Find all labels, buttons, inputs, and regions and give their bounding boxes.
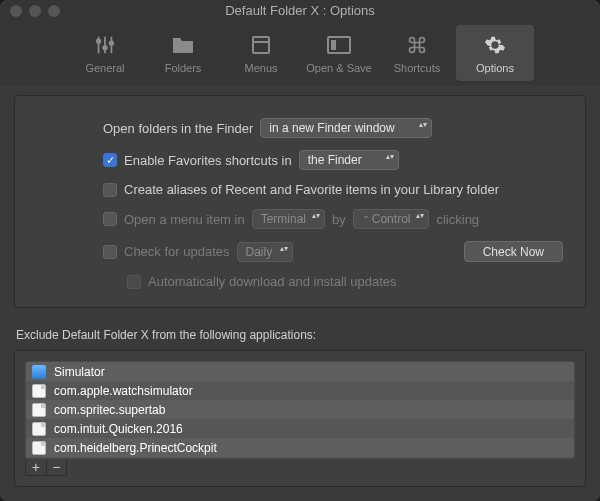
zoom-icon[interactable]: [48, 5, 60, 17]
list-item-label: Simulator: [54, 365, 105, 379]
auto-download-checkbox: [127, 275, 141, 289]
check-updates-checkbox[interactable]: [103, 245, 117, 259]
close-icon[interactable]: [10, 5, 22, 17]
svg-rect-6: [253, 37, 269, 53]
open-folders-label: Open folders in the Finder: [103, 121, 253, 136]
chevron-updown-icon: ▴▾: [416, 212, 424, 219]
open-menu-item-label: Open a menu item in: [124, 212, 245, 227]
window-title: Default Folder X : Options: [0, 3, 600, 18]
panel-icon: [327, 33, 351, 57]
sliders-icon: [93, 33, 117, 57]
tab-menus[interactable]: Menus: [222, 25, 300, 81]
open-menu-item-checkbox[interactable]: [103, 212, 117, 226]
gear-icon: [483, 33, 507, 57]
app-icon: [32, 441, 46, 455]
add-button[interactable]: +: [26, 459, 47, 475]
list-item-label: com.heidelberg.PrinectCockpit: [54, 441, 217, 455]
create-aliases-checkbox[interactable]: [103, 183, 117, 197]
enable-favorites-popup[interactable]: the Finder ▴▾: [299, 150, 399, 170]
list-item-label: com.intuit.Quicken.2016: [54, 422, 183, 436]
toolbar: General Folders Menus Open & Save Shortc…: [0, 21, 600, 85]
tab-folders[interactable]: Folders: [144, 25, 222, 81]
list-item-label: com.apple.watchsimulator: [54, 384, 193, 398]
enable-favorites-checkbox[interactable]: [103, 153, 117, 167]
list-item[interactable]: com.intuit.Quicken.2016: [26, 419, 574, 438]
app-icon: [32, 403, 46, 417]
tab-shortcuts[interactable]: Shortcuts: [378, 25, 456, 81]
tab-open-save[interactable]: Open & Save: [300, 25, 378, 81]
list-item[interactable]: com.heidelberg.PrinectCockpit: [26, 438, 574, 457]
minimize-icon[interactable]: [29, 5, 41, 17]
menu-icon: [249, 33, 273, 57]
enable-favorites-label: Enable Favorites shortcuts in: [124, 153, 292, 168]
open-menu-item-mod-popup[interactable]: ⌃Control ▴▾: [353, 209, 430, 229]
exclude-list[interactable]: Simulatorcom.apple.watchsimulatorcom.spr…: [25, 361, 575, 459]
titlebar: Default Folder X : Options: [0, 0, 600, 21]
check-updates-label: Check for updates: [124, 244, 230, 259]
create-aliases-label: Create aliases of Recent and Favorite it…: [124, 182, 499, 197]
app-icon: [32, 365, 46, 379]
list-item[interactable]: com.apple.watchsimulator: [26, 381, 574, 400]
exclude-panel: Simulatorcom.apple.watchsimulatorcom.spr…: [14, 350, 586, 487]
svg-point-5: [110, 41, 114, 45]
command-icon: [405, 33, 429, 57]
tab-general[interactable]: General: [66, 25, 144, 81]
svg-point-4: [103, 46, 107, 50]
app-icon: [32, 384, 46, 398]
exclude-heading: Exclude Default Folder X from the follow…: [16, 328, 586, 342]
chevron-updown-icon: ▴▾: [386, 153, 394, 160]
options-panel: Open folders in the Finder in a new Find…: [14, 95, 586, 308]
auto-download-label: Automatically download and install updat…: [148, 274, 397, 289]
folder-icon: [171, 33, 195, 57]
chevron-updown-icon: ▴▾: [312, 212, 320, 219]
list-item[interactable]: com.spritec.supertab: [26, 400, 574, 419]
open-folders-popup[interactable]: in a new Finder window ▴▾: [260, 118, 432, 138]
svg-point-3: [97, 39, 101, 43]
tab-options[interactable]: Options: [456, 25, 534, 81]
chevron-updown-icon: ▴▾: [419, 121, 427, 128]
svg-rect-9: [332, 41, 335, 49]
check-updates-freq-popup[interactable]: Daily ▴▾: [237, 242, 293, 262]
app-icon: [32, 422, 46, 436]
chevron-updown-icon: ▴▾: [280, 245, 288, 252]
open-menu-item-app-popup[interactable]: Terminal ▴▾: [252, 209, 325, 229]
list-item[interactable]: Simulator: [26, 362, 574, 381]
list-item-label: com.spritec.supertab: [54, 403, 165, 417]
check-now-button[interactable]: Check Now: [464, 241, 563, 262]
remove-button[interactable]: −: [47, 459, 67, 475]
